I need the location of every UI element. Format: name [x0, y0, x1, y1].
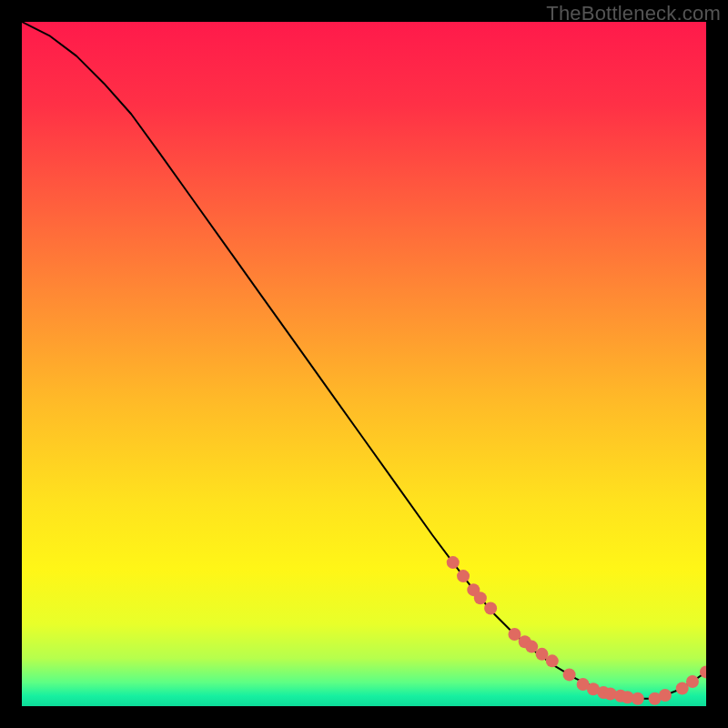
scatter-point [508, 628, 521, 641]
scatter-point [546, 654, 559, 667]
scatter-point [484, 602, 497, 614]
scatter-point [457, 570, 470, 582]
chart-container: TheBottleneck.com [0, 0, 728, 728]
chart-plot-area [22, 22, 706, 706]
scatter-point [632, 693, 644, 705]
chart-background [22, 22, 706, 706]
chart-svg [22, 22, 706, 706]
scatter-point [563, 668, 576, 681]
scatter-point [447, 556, 460, 569]
watermark-text: TheBottleneck.com [546, 2, 721, 25]
scatter-point [659, 689, 672, 702]
scatter-point [474, 592, 487, 604]
scatter-point [686, 675, 699, 688]
scatter-point [525, 641, 538, 653]
